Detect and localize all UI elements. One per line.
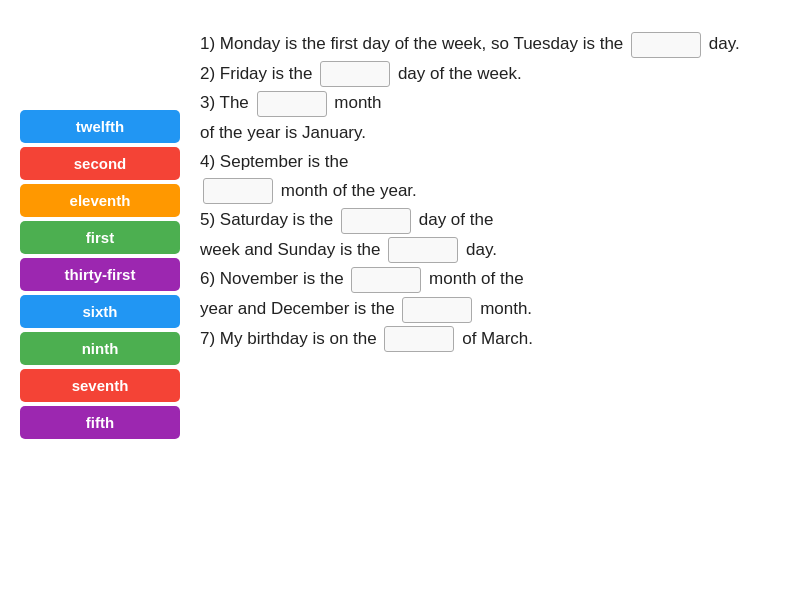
question-1: 1) Monday is the first day of the week, … xyxy=(200,30,780,58)
word-chip-ninth[interactable]: ninth xyxy=(20,332,180,365)
answer-box-q6b[interactable] xyxy=(402,297,472,323)
word-chip-fifth[interactable]: fifth xyxy=(20,406,180,439)
answer-box-q6a[interactable] xyxy=(351,267,421,293)
question-4-line1: 4) September is the xyxy=(200,148,780,175)
question-2: 2) Friday is the day of the week. xyxy=(200,60,780,88)
word-chip-seventh[interactable]: seventh xyxy=(20,369,180,402)
question-3-line2: of the year is January. xyxy=(200,119,780,146)
word-bank: twelfthsecondeleventhfirstthirty-firstsi… xyxy=(20,20,180,580)
question-5: 5) Saturday is the day of the xyxy=(200,206,780,234)
answer-box-q5a[interactable] xyxy=(341,208,411,234)
word-chip-thirty-first[interactable]: thirty-first xyxy=(20,258,180,291)
question-6: 6) November is the month of the xyxy=(200,265,780,293)
questions-area: 1) Monday is the first day of the week, … xyxy=(180,20,780,580)
word-chip-first[interactable]: first xyxy=(20,221,180,254)
question-7: 7) My birthday is on the of March. xyxy=(200,325,780,353)
answer-box-q1[interactable] xyxy=(631,32,701,58)
answer-box-q7[interactable] xyxy=(384,326,454,352)
answer-box-q4[interactable] xyxy=(203,178,273,204)
word-chip-twelfth[interactable]: twelfth xyxy=(20,110,180,143)
question-3-line1: 3) The month xyxy=(200,89,780,117)
answer-box-q3[interactable] xyxy=(257,91,327,117)
word-chip-sixth[interactable]: sixth xyxy=(20,295,180,328)
answer-box-q5b[interactable] xyxy=(388,237,458,263)
answer-box-q2[interactable] xyxy=(320,61,390,87)
word-chip-second[interactable]: second xyxy=(20,147,180,180)
question-5-line2: week and Sunday is the day. xyxy=(200,236,780,264)
question-4-line2: month of the year. xyxy=(200,177,780,205)
word-chip-eleventh[interactable]: eleventh xyxy=(20,184,180,217)
question-6-line2: year and December is the month. xyxy=(200,295,780,323)
